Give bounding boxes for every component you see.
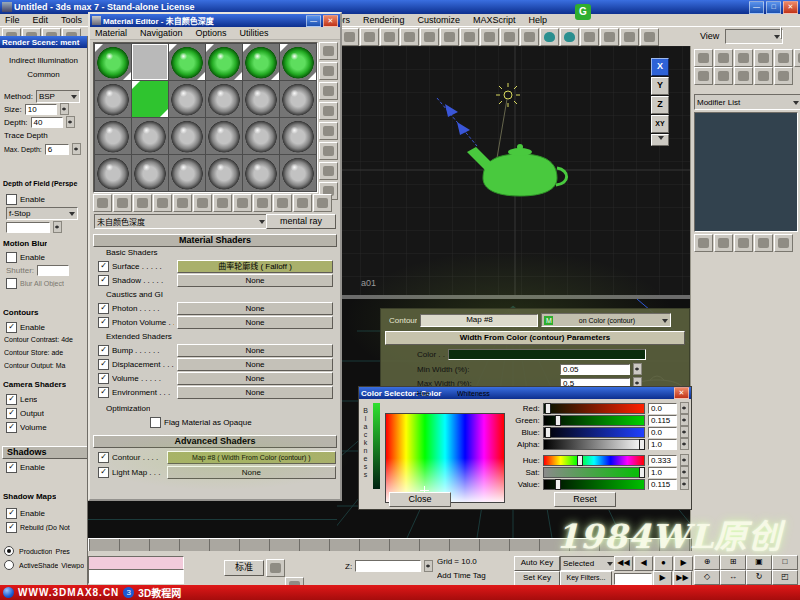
material-sample-slot[interactable] xyxy=(243,81,279,117)
schematic-view-icon[interactable] xyxy=(620,28,639,46)
viewport-splitter[interactable] xyxy=(337,295,690,299)
sample-uv-tiling-icon[interactable] xyxy=(319,102,338,120)
axis-xy-button[interactable]: XY xyxy=(651,115,669,133)
selection-set-combo[interactable]: Selected xyxy=(560,556,616,571)
material-sample-slot[interactable] xyxy=(243,44,279,80)
volume-map-button[interactable]: None xyxy=(177,372,333,385)
contour-checkbox[interactable]: ✓ xyxy=(98,452,109,463)
hue-spinner[interactable] xyxy=(680,454,689,466)
material-sample-slot[interactable] xyxy=(206,118,242,154)
category-shapes-icon[interactable] xyxy=(714,67,733,85)
advanced-shaders-rollout[interactable]: Advanced Shaders xyxy=(93,435,337,448)
show-map-icon[interactable] xyxy=(233,194,252,212)
hue-whiteness-picker[interactable] xyxy=(385,413,505,503)
z-coord-spinner[interactable] xyxy=(424,560,433,572)
material-sample-slot[interactable] xyxy=(169,81,205,117)
modifier-list-dropdown[interactable]: Modifier List xyxy=(694,94,800,110)
green-spinner[interactable] xyxy=(680,414,689,426)
material-sample-slot[interactable] xyxy=(280,81,316,117)
me-menu-options[interactable]: Options xyxy=(191,27,232,39)
video-color-check-icon[interactable] xyxy=(319,122,338,140)
material-sample-slot-selected[interactable] xyxy=(132,44,168,80)
reset-map-icon[interactable] xyxy=(153,194,172,212)
menu-tools[interactable]: Tools xyxy=(56,14,87,26)
tab-create-icon[interactable] xyxy=(694,49,713,67)
lens-checkbox[interactable]: ✓ xyxy=(6,394,17,405)
material-sample-slot[interactable] xyxy=(280,44,316,80)
material-sample-slot[interactable] xyxy=(169,44,205,80)
shadow-map-button[interactable]: None xyxy=(177,274,333,287)
material-sample-slot[interactable] xyxy=(95,118,131,154)
viewport-name-label[interactable]: a01 xyxy=(361,278,376,288)
lock-selection-icon[interactable] xyxy=(780,27,782,39)
red-spinner[interactable] xyxy=(680,402,689,414)
material-editor-icon[interactable] xyxy=(580,28,599,46)
depth-spinner[interactable] xyxy=(66,116,75,128)
zoom-extents-all-icon[interactable]: □ xyxy=(772,555,798,570)
value-spinner[interactable] xyxy=(680,478,689,490)
shutter-field[interactable] xyxy=(37,265,69,276)
me-minimize-button[interactable]: — xyxy=(306,15,321,27)
me-menu-utilities[interactable]: Utilities xyxy=(235,27,274,39)
make-unique-icon[interactable] xyxy=(734,234,753,252)
zoom-extents-icon[interactable]: ▣ xyxy=(746,555,772,570)
shadows-enable-checkbox[interactable]: ✓ xyxy=(6,462,17,473)
shadows-rollout[interactable]: Shadows xyxy=(2,446,88,459)
size-spinner[interactable] xyxy=(60,103,69,115)
max-depth-spinner[interactable] xyxy=(72,143,81,155)
category-lights-icon[interactable] xyxy=(734,67,753,85)
capture-tool-badge[interactable]: G xyxy=(575,4,591,20)
environment-map-button[interactable]: None xyxy=(177,386,333,399)
render-scene-titlebar[interactable]: Render Scene: ment xyxy=(0,36,87,48)
shadow-checkbox[interactable]: ✓ xyxy=(98,275,109,286)
hue-field[interactable]: 0.333 xyxy=(648,455,677,466)
tab-common[interactable]: Common xyxy=(0,70,87,79)
mirror-icon[interactable] xyxy=(500,28,519,46)
material-sample-slot[interactable] xyxy=(243,155,279,191)
make-copy-icon[interactable] xyxy=(173,194,192,212)
background-icon[interactable] xyxy=(319,82,338,100)
axis-z-button[interactable]: Z xyxy=(651,96,669,114)
color-selector-titlebar[interactable]: Color Selector: Color ✕ xyxy=(359,387,691,399)
bump-map-button[interactable]: None xyxy=(177,344,333,357)
layer-manager-icon[interactable] xyxy=(640,28,659,46)
material-sample-slot-active[interactable] xyxy=(132,81,168,117)
material-name-dropdown[interactable]: 未自颜色深度 xyxy=(94,214,268,229)
material-sample-slot[interactable] xyxy=(95,155,131,191)
curve-editor-icon[interactable] xyxy=(600,28,619,46)
material-sample-slot[interactable] xyxy=(132,118,168,154)
viewport-strip[interactable] xyxy=(88,497,337,538)
sat-slider[interactable] xyxy=(543,467,645,478)
me-menu-navigation[interactable]: Navigation xyxy=(135,27,188,39)
menu-file[interactable]: File xyxy=(0,14,25,26)
close-color-button[interactable]: Close xyxy=(389,492,451,507)
contour-map-type-combo[interactable]: M on Color (contour) xyxy=(541,313,671,327)
tab-motion-icon[interactable] xyxy=(754,49,773,67)
photon-volume-map-button[interactable]: None xyxy=(177,316,333,329)
add-time-tag[interactable]: Add Time Tag xyxy=(437,571,486,580)
key-mode-button[interactable]: ● xyxy=(654,556,673,571)
selection-lock-icon[interactable] xyxy=(266,559,285,577)
menu-rendering[interactable]: Rendering xyxy=(358,14,410,26)
material-sample-slot[interactable] xyxy=(132,155,168,191)
blue-slider[interactable] xyxy=(543,427,645,438)
snap-toggle-icon[interactable] xyxy=(460,28,479,46)
sample-type-icon[interactable] xyxy=(319,42,338,60)
menu-edit[interactable]: Edit xyxy=(28,14,54,26)
zoom-icon[interactable]: ⊕ xyxy=(694,555,720,570)
category-geometry-icon[interactable] xyxy=(694,67,713,85)
material-type-button[interactable]: mental ray xyxy=(266,214,336,229)
backlight-icon[interactable] xyxy=(319,62,338,80)
me-menu-material[interactable]: Material xyxy=(90,27,132,39)
maxscript-listener-white[interactable] xyxy=(88,569,184,584)
material-sample-slot[interactable] xyxy=(206,81,242,117)
angle-snap-icon[interactable] xyxy=(480,28,499,46)
set-key-button[interactable]: Set Key xyxy=(514,571,560,586)
next-frame-button[interactable]: ▶ xyxy=(653,571,672,586)
hue-slider[interactable] xyxy=(543,455,645,466)
surface-map-button[interactable]: 曲率轮廓线 ( Falloff ) xyxy=(177,260,333,273)
method-dropdown[interactable]: BSP xyxy=(36,90,80,103)
show-end-result-icon[interactable] xyxy=(714,234,733,252)
contours-enable-checkbox[interactable]: ✓ xyxy=(6,322,17,333)
min-width-spinner[interactable] xyxy=(633,363,642,375)
